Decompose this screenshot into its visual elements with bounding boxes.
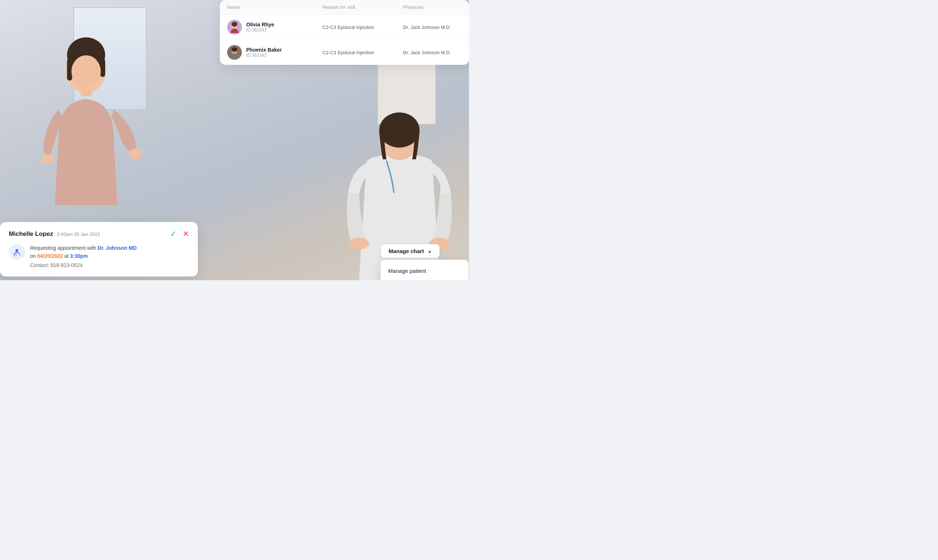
patient-figure bbox=[29, 7, 143, 205]
manage-chart-button[interactable]: Manage chart ▲ bbox=[381, 244, 440, 258]
col-header-name: Name bbox=[227, 5, 322, 10]
appointment-details: Requesting appointment with Dr. Johnson … bbox=[30, 244, 137, 269]
patient-cell: Phoenix Baker ID:362343 bbox=[227, 45, 322, 60]
svg-rect-6 bbox=[81, 86, 92, 96]
visit-reason-2: C2-C3 Epidural Injection bbox=[322, 50, 403, 55]
patient-name: Michelle Lopez bbox=[9, 230, 53, 238]
svg-point-20 bbox=[15, 249, 18, 252]
patient-cell: Olivia Rhye ID:362343 bbox=[227, 20, 322, 34]
avatar-olivia bbox=[227, 20, 242, 34]
patient-info: Olivia Rhye ID:362343 bbox=[246, 22, 274, 32]
col-header-reason: Reason for visit bbox=[322, 5, 403, 10]
svg-point-12 bbox=[349, 238, 369, 249]
manage-chart-container: Manage chart ▲ Manage patient Manage sch… bbox=[381, 244, 440, 258]
svg-point-16 bbox=[231, 22, 237, 27]
svg-point-19 bbox=[231, 47, 237, 52]
at-text: at bbox=[64, 253, 69, 259]
appointment-card: Michelle Lopez 3:42pm 20 Jan 2022 ✓ ✕ + … bbox=[0, 222, 198, 277]
doctor-name: Dr. Johnson MD bbox=[97, 245, 137, 251]
contact-info: Contact: 818-823-0524 bbox=[30, 261, 137, 269]
physician-1: Dr. Jack Johnson M.D bbox=[403, 25, 462, 30]
avatar-phoenix bbox=[227, 45, 242, 60]
svg-point-7 bbox=[41, 154, 54, 165]
request-text: Requesting appointment with bbox=[30, 245, 96, 251]
physician-2: Dr. Jack Johnson M.D bbox=[403, 50, 462, 55]
appointment-time-value: 3:30pm bbox=[70, 253, 88, 259]
patient-info: Phoenix Baker ID:362343 bbox=[246, 47, 282, 58]
col-header-physician: Physician bbox=[403, 5, 462, 10]
menu-item-manage-schedule[interactable]: Manage schedule bbox=[381, 279, 469, 280]
svg-point-8 bbox=[129, 149, 142, 159]
visit-reason-1: C2-C3 Epidural Injection bbox=[322, 25, 403, 30]
svg-rect-3 bbox=[67, 58, 72, 81]
manage-chart-label: Manage chart bbox=[388, 248, 424, 254]
on-text: on bbox=[30, 253, 36, 259]
appointment-time: 3:42pm 20 Jan 2022 bbox=[57, 231, 100, 237]
patient-id-2: ID:362343 bbox=[246, 53, 282, 58]
appointment-body: + Requesting appointment with Dr. Johnso… bbox=[9, 244, 189, 269]
svg-point-5 bbox=[71, 55, 101, 88]
svg-rect-4 bbox=[100, 58, 105, 77]
appointment-date: 04/20/2022 bbox=[37, 253, 63, 259]
patient-table: Name Reason for visit Physician Olivia R… bbox=[220, 0, 469, 65]
name-time-row: Michelle Lopez 3:42pm 20 Jan 2022 bbox=[9, 230, 100, 238]
table-header: Name Reason for visit Physician bbox=[220, 0, 469, 15]
action-icons: ✓ ✕ bbox=[170, 229, 189, 239]
scene: Name Reason for visit Physician Olivia R… bbox=[0, 0, 469, 280]
confirm-button[interactable]: ✓ bbox=[170, 229, 177, 239]
appointment-card-header: Michelle Lopez 3:42pm 20 Jan 2022 ✓ ✕ bbox=[9, 229, 189, 239]
chevron-up-icon: ▲ bbox=[428, 249, 432, 254]
request-line: Requesting appointment with Dr. Johnson … bbox=[30, 244, 137, 252]
patient-name-2: Phoenix Baker bbox=[246, 47, 282, 53]
menu-item-manage-patient[interactable]: Manage patient bbox=[381, 263, 469, 279]
patient-icon: + bbox=[9, 244, 25, 260]
patient-name-1: Olivia Rhye bbox=[246, 22, 274, 28]
patient-id-1: ID:362343 bbox=[246, 28, 274, 32]
manage-chart-dropdown: Manage patient Manage schedule Previous … bbox=[381, 260, 469, 280]
table-row[interactable]: Phoenix Baker ID:362343 C2-C3 Epidural I… bbox=[220, 40, 469, 65]
svg-point-11 bbox=[393, 118, 406, 129]
reject-button[interactable]: ✕ bbox=[182, 229, 189, 239]
table-row[interactable]: Olivia Rhye ID:362343 C2-C3 Epidural Inj… bbox=[220, 15, 469, 40]
datetime-line: on 04/20/2022 at 3:30pm bbox=[30, 252, 137, 260]
